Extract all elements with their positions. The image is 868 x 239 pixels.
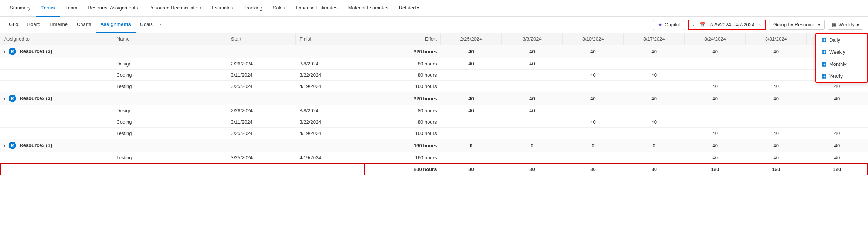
top-nav-item-summary[interactable]: Summary [5,0,36,17]
task-date-2-cell: 40 [563,70,624,81]
task-finish-cell: 4/19/2024 [296,128,364,139]
top-nav-item-resource-assignments[interactable]: Resource Assignments [82,0,143,17]
totals-assigned-cell [0,163,113,175]
calendar-icon: 📅 [699,22,705,27]
task-start-cell: 2/26/2024 [227,58,295,70]
sub-nav-item-charts[interactable]: Charts [72,17,96,33]
task-date-1-cell: 40 [501,58,562,70]
top-nav-item-sales[interactable]: Sales [268,0,291,17]
menu-item-monthly[interactable]: ▦ Monthly [816,58,867,70]
resource-date-1-cell: 0 [501,139,562,152]
task-finish-cell: 3/8/2024 [296,105,364,116]
resource-name-cell [113,92,227,105]
weekly-dropdown-menu: ▦ Daily ▦ Weekly ▦ Monthly ▦ Yearly [815,33,868,83]
resource-badge: R [9,142,16,149]
sub-nav-item-assignments[interactable]: Assignments [96,17,136,33]
totals-start-cell [227,163,295,175]
totals-date-0-cell: 80 [440,163,501,175]
task-date-4-cell: 40 [685,152,746,164]
task-start-cell: 3/11/2024 [227,70,295,81]
resource-row: ▾ R Resource3 (1)160 hours0000404040 [0,139,868,152]
resource-row: ▾ R Resource2 (3)320 hours40404040404040 [0,92,868,105]
task-date-1-cell [501,81,562,92]
collapse-chevron[interactable]: ▾ [3,143,6,148]
app-container: SummaryTasksTeamResource AssignmentsReso… [0,0,868,175]
task-date-0-cell [440,70,501,81]
monthly-icon: ▦ [821,61,826,67]
task-date-5-cell [746,70,807,81]
menu-item-weekly[interactable]: ▦ Weekly [816,46,867,58]
task-assigned-cell [0,58,113,70]
top-nav-item-tracking[interactable]: Tracking [239,0,268,17]
top-nav-item-team[interactable]: Team [60,0,83,17]
col-header-date-4: 3/24/2024 [685,33,746,45]
task-date-3-cell [624,58,685,70]
task-date-0-cell [440,81,501,92]
resource-date-0-cell: 0 [440,139,501,152]
task-date-5-cell: 40 [746,128,807,139]
top-nav-item-resource-reconciliation[interactable]: Resource Reconciliation [143,0,206,17]
resource-start-cell [227,92,295,105]
weekly-button[interactable]: ▦ Weekly ▾ [828,20,863,30]
group-by-label: Group by Resource [773,22,816,27]
task-finish-cell: 4/19/2024 [296,152,364,164]
table-row: Testing3/25/20244/19/2024160 hours404040 [0,81,868,92]
resource-date-6-cell: 40 [807,92,868,105]
task-date-3-cell [624,152,685,164]
top-nav-item-related[interactable]: Related ▾ [394,0,425,17]
task-date-2-cell [563,81,624,92]
resource-date-1-cell: 40 [501,45,562,58]
table-row: Coding3/11/20243/22/202480 hours4040 [0,70,868,81]
weekly-label: Weekly [839,22,854,27]
group-by-button[interactable]: Group by Resource ▾ [769,20,825,30]
task-effort-cell: 80 hours [364,58,441,70]
task-date-5-cell: 40 [746,81,807,92]
task-start-cell: 3/25/2024 [227,81,295,92]
task-start-cell: 3/25/2024 [227,152,295,164]
task-effort-cell: 160 hours [364,81,441,92]
task-date-0-cell [440,116,501,128]
resource-name: Resource1 (3) [20,48,52,54]
task-name-cell: Design [113,58,227,70]
more-options-button[interactable]: ··· [157,21,164,28]
top-nav-item-estimates[interactable]: Estimates [206,0,238,17]
resource-date-0-cell: 40 [440,45,501,58]
task-effort-cell: 80 hours [364,70,441,81]
resource-badge: R [9,48,16,55]
totals-finish-cell [296,163,364,175]
date-nav-container: ‹ 📅 2/25/2024 - 4/7/2024 › [688,20,766,30]
task-name-cell: Design [113,105,227,116]
resource-date-4-cell: 40 [685,92,746,105]
menu-weekly-label: Weekly [829,49,845,55]
col-header-date-2: 3/10/2024 [563,33,624,45]
prev-date-button[interactable]: ‹ [691,21,697,29]
collapse-chevron[interactable]: ▾ [3,96,6,101]
resource-date-5-cell: 40 [746,92,807,105]
task-assigned-cell [0,152,113,164]
collapse-chevron[interactable]: ▾ [3,49,6,54]
task-assigned-cell [0,70,113,81]
sub-nav-item-board[interactable]: Board [23,17,45,33]
task-date-4-cell: 40 [685,81,746,92]
totals-name-cell [113,163,227,175]
col-header-date-1: 3/3/2024 [501,33,562,45]
sub-nav-item-timeline[interactable]: Timeline [45,17,72,33]
top-nav-item-tasks[interactable]: Tasks [36,0,60,17]
copilot-button[interactable]: ✦ Copilot [653,20,685,30]
resource-assigned-cell: ▾ R Resource1 (3) [0,45,113,58]
sub-nav-item-grid[interactable]: Grid [5,17,23,33]
top-nav-item-material-estimates[interactable]: Material Estimates [343,0,394,17]
menu-item-daily[interactable]: ▦ Daily [816,34,867,46]
top-nav-item-expense-estimates[interactable]: Expense Estimates [290,0,343,17]
task-date-2-cell [563,58,624,70]
task-date-4-cell: 40 [685,128,746,139]
sub-nav-item-goals[interactable]: Goals [136,17,157,33]
next-date-button[interactable]: › [757,21,763,29]
menu-item-yearly[interactable]: ▦ Yearly [816,70,867,82]
task-date-5-cell [746,116,807,128]
date-range-label[interactable]: 2/25/2024 - 4/7/2024 [709,22,754,27]
task-date-0-cell [440,128,501,139]
task-date-3-cell [624,81,685,92]
resource-date-5-cell: 40 [746,139,807,152]
resource-date-4-cell: 40 [685,139,746,152]
